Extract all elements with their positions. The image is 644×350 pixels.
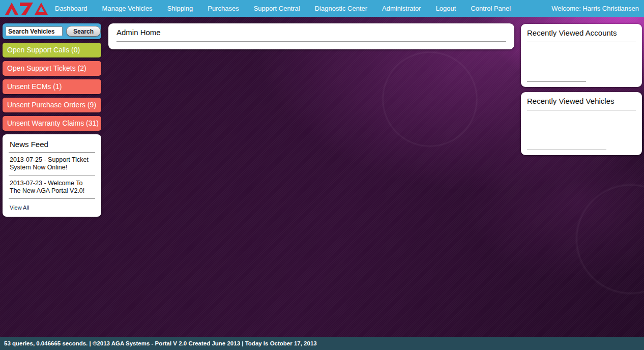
unsent-ecms-button[interactable]: Unsent ECMs (1) [3,79,101,94]
sidebar: Search Open Support Calls (0) Open Suppo… [3,23,101,217]
nav-item-logout[interactable]: Logout [436,5,456,12]
open-support-tickets-button[interactable]: Open Support Tickets (2) [3,61,101,76]
nav-item-dashboard[interactable]: Dashboard [55,5,87,12]
recently-viewed-vehicles-card: Recently Viewed Vehicles [521,92,642,155]
news-feed-card: News Feed 2013-07-25 - Support Ticket Sy… [3,134,101,217]
nav-item-shipping[interactable]: Shipping [167,5,193,12]
admin-home-card: Admin Home [108,23,514,49]
nav-item-purchases[interactable]: Purchases [208,5,239,12]
status-footer: 53 queries, 0.046665 seconds. | ©2013 AG… [0,337,644,350]
nav-item-diagnostic-center[interactable]: Diagnostic Center [315,5,367,12]
divider [9,198,95,199]
vehicle-search-box: Search [3,23,101,39]
divider [9,152,95,153]
divider [9,176,95,176]
aga-logo-icon[interactable] [5,1,49,16]
recently-viewed-accounts-card: Recently Viewed Accounts [521,24,642,87]
divider [116,41,506,42]
divider [527,81,586,82]
recently-viewed-accounts-title: Recently Viewed Accounts [527,28,636,37]
news-feed-title: News Feed [10,140,95,149]
nav-item-control-panel[interactable]: Control Panel [471,5,511,12]
nav-item-administrator[interactable]: Administrator [382,5,421,12]
news-item: 2013-07-23 - Welcome To The New AGA Port… [10,180,95,195]
divider [527,110,636,110]
view-all-link[interactable]: View All [10,205,29,211]
unsent-purchase-orders-button[interactable]: Unsent Purchase Orders (9) [3,98,101,112]
divider [527,150,606,150]
news-item: 2013-07-25 - Support Ticket System Now O… [10,156,95,172]
unsent-warranty-claims-button[interactable]: Unsent Warranty Claims (31) [3,116,101,131]
nav-item-manage-vehicles[interactable]: Manage Vehicles [102,5,153,12]
search-input[interactable] [6,26,63,36]
welcome-user-label: Welcome: Harris Christiansen [551,5,639,12]
recently-viewed-vehicles-title: Recently Viewed Vehicles [527,97,636,105]
open-support-calls-button[interactable]: Open Support Calls (0) [3,43,101,57]
nav-item-support-central[interactable]: Support Central [254,5,300,12]
search-button[interactable]: Search [66,26,101,37]
page-title: Admin Home [116,28,506,37]
footer-status-text: 53 queries, 0.046665 seconds. | ©2013 AG… [4,340,317,346]
divider [527,42,636,42]
top-nav: Dashboard Manage Vehicles Shipping Purch… [0,0,644,17]
